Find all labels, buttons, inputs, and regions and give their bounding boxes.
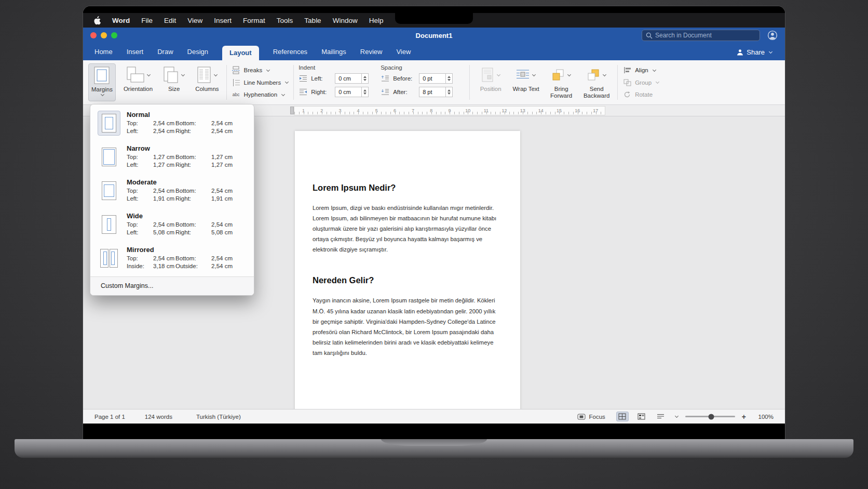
margins-option-mirrored[interactable]: Mirrored Top: 2,54 cm Bottom: 2,54 cm In… <box>90 242 254 275</box>
margin-preview-narrow-icon <box>98 144 120 169</box>
indent-left-value[interactable]: 0 cm <box>335 73 362 84</box>
tab-design[interactable]: Design <box>187 48 208 60</box>
stepper-arrows[interactable] <box>446 87 453 97</box>
wrap-text-label: Wrap Text <box>512 86 539 92</box>
apple-menu[interactable] <box>93 16 101 25</box>
custom-margins-option[interactable]: Custom Margins... <box>90 276 254 295</box>
spacing-before-value[interactable]: 0 pt <box>419 73 446 84</box>
align-button[interactable]: Align <box>622 65 659 75</box>
laptop-lid-groove <box>381 439 487 446</box>
line-numbers-button[interactable]: Line Numbers <box>232 78 289 87</box>
tab-draw[interactable]: Draw <box>157 48 173 60</box>
margin-row-label: Bottom: <box>175 154 206 160</box>
laptop-base <box>15 439 853 458</box>
tab-mailings[interactable]: Mailings <box>321 48 346 60</box>
ruler-scale-area[interactable]: 1234567891011121314151617 <box>294 106 605 115</box>
document-page[interactable]: Lorem Ipsum Nedir? Lorem Ipsum, dizgi ve… <box>295 131 520 409</box>
indent-marker[interactable] <box>290 107 294 114</box>
chevron-down-icon <box>101 92 104 96</box>
language-indicator[interactable]: Turkish (Türkiye) <box>196 414 241 420</box>
menubar-item-insert[interactable]: Insert <box>214 17 232 24</box>
screen-bezel-bottom <box>83 424 785 439</box>
margin-preview-wide-icon <box>98 212 120 237</box>
menubar-item-help[interactable]: Help <box>369 17 384 24</box>
tab-view[interactable]: View <box>396 48 411 60</box>
menubar-item-table[interactable]: Table <box>304 17 321 24</box>
tab-references[interactable]: References <box>273 48 307 60</box>
menubar-item-file[interactable]: File <box>141 17 153 24</box>
send-backward-button[interactable]: Send Backward <box>580 63 613 101</box>
spacing-after-stepper[interactable]: 8 pt <box>419 87 453 97</box>
minimize-button[interactable] <box>101 32 107 38</box>
tab-layout[interactable]: Layout <box>222 46 259 60</box>
print-layout-icon <box>618 413 626 420</box>
close-button[interactable] <box>90 32 97 38</box>
position-icon <box>481 68 494 82</box>
size-label: Size <box>168 86 180 92</box>
stepper-arrows[interactable] <box>362 73 369 84</box>
chevron-down-icon <box>567 72 571 76</box>
wrap-text-button[interactable]: Wrap Text <box>510 63 542 101</box>
zoom-button[interactable] <box>111 32 117 38</box>
tab-review[interactable]: Review <box>360 48 383 60</box>
margin-option-title: Mirrored <box>127 246 234 254</box>
menubar-item-format[interactable]: Format <box>243 17 265 24</box>
zoom-slider[interactable] <box>685 416 735 417</box>
rotate-icon <box>622 91 632 98</box>
menubar-item-edit[interactable]: Edit <box>164 17 176 24</box>
search-box[interactable] <box>642 30 760 41</box>
breaks-button[interactable]: Breaks <box>232 65 289 75</box>
tab-insert[interactable]: Insert <box>127 48 144 60</box>
margin-row-value: 2,54 cm <box>148 188 175 194</box>
margin-row-label: Bottom: <box>175 188 206 194</box>
menubar-item-tools[interactable]: Tools <box>277 17 293 24</box>
page-count[interactable]: Page 1 of 1 <box>94 414 125 420</box>
zoom-level[interactable]: 100% <box>753 414 774 420</box>
stepper-arrows[interactable] <box>446 73 453 84</box>
share-button[interactable]: Share <box>737 48 772 60</box>
zoom-in-button[interactable]: + <box>742 413 746 420</box>
margins-option-normal[interactable]: Normal Top: 2,54 cm Bottom: 2,54 cm Left… <box>90 107 254 140</box>
columns-button[interactable]: Columns <box>193 63 221 101</box>
bring-forward-button[interactable]: Bring Forward <box>545 63 577 101</box>
margins-button[interactable]: Margins <box>88 63 116 101</box>
margins-icon <box>94 67 110 84</box>
menubar-item-view[interactable]: View <box>187 17 202 24</box>
search-input[interactable] <box>655 32 756 39</box>
indent-right-value[interactable]: 0 cm <box>335 87 362 97</box>
zoom-slider-knob[interactable] <box>708 414 714 419</box>
tab-home[interactable]: Home <box>94 48 113 60</box>
account-icon[interactable] <box>767 30 778 41</box>
margin-row-label: Left: <box>127 128 148 134</box>
margin-row-label: Bottom: <box>175 120 206 126</box>
draft-view-button[interactable] <box>655 412 667 421</box>
web-layout-view-button[interactable] <box>635 412 648 421</box>
hyphenation-button[interactable]: abc Hyphenation <box>232 90 289 99</box>
margin-preview-moderate-icon <box>98 178 120 203</box>
margin-option-title: Moderate <box>127 178 234 186</box>
print-layout-view-button[interactable] <box>616 412 629 421</box>
margin-row-label: Top: <box>127 120 148 126</box>
size-button[interactable]: Size <box>160 63 187 101</box>
ribbon-divider <box>226 65 227 100</box>
spacing-after-label: After: <box>393 89 416 95</box>
indent-left-stepper[interactable]: 0 cm <box>335 73 369 84</box>
margins-option-narrow[interactable]: Narrow Top: 1,27 cm Bottom: 1,27 cm Left… <box>90 140 254 174</box>
stepper-arrows[interactable] <box>362 87 369 97</box>
margin-row-label: Left: <box>127 229 148 235</box>
columns-label: Columns <box>195 86 219 92</box>
margins-option-moderate[interactable]: Moderate Top: 2,54 cm Bottom: 2,54 cm Le… <box>90 174 254 208</box>
margin-row-value: 2,54 cm <box>206 263 234 269</box>
indent-right-stepper[interactable]: 0 cm <box>335 87 369 97</box>
margins-option-wide[interactable]: Wide Top: 2,54 cm Bottom: 2,54 cm Left: … <box>90 208 254 242</box>
margin-row-label: Left: <box>127 162 148 168</box>
spacing-before-stepper[interactable]: 0 pt <box>419 73 453 84</box>
menubar-item-word[interactable]: Word <box>112 17 130 24</box>
spacing-after-value[interactable]: 8 pt <box>419 87 446 97</box>
orientation-button[interactable]: Orientation <box>121 63 155 101</box>
rotate-label: Rotate <box>635 91 653 98</box>
chevron-down-icon[interactable] <box>675 414 679 418</box>
focus-button[interactable]: Focus <box>577 414 605 420</box>
menubar-item-window[interactable]: Window <box>333 17 358 24</box>
word-count[interactable]: 124 words <box>145 414 172 420</box>
